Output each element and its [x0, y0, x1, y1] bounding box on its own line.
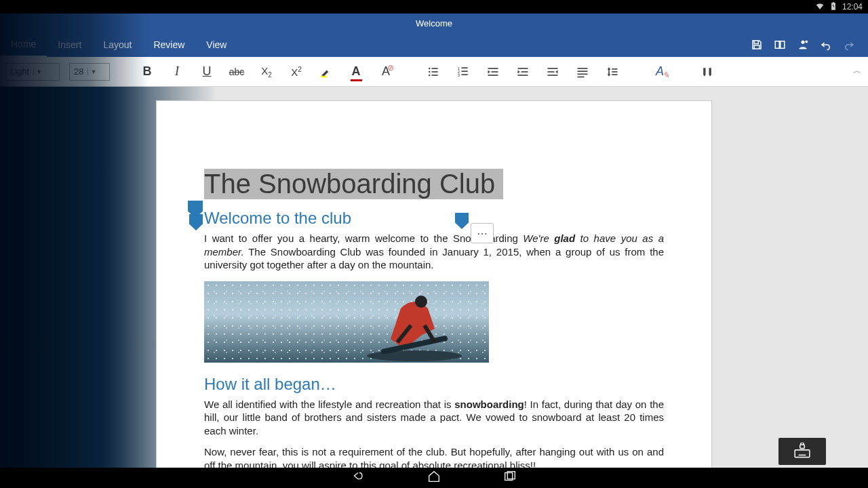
reading-view-icon[interactable]: [773, 38, 787, 52]
svg-rect-16: [492, 71, 498, 73]
svg-rect-27: [578, 76, 585, 77]
tab-insert[interactable]: Insert: [47, 33, 92, 57]
svg-rect-19: [521, 71, 528, 73]
android-nav-bar: [0, 468, 868, 488]
svg-rect-30: [612, 74, 617, 75]
recents-icon[interactable]: [502, 469, 517, 487]
numbering-button[interactable]: 123: [453, 62, 473, 82]
doc-title[interactable]: The Snowboarding Club: [204, 169, 503, 199]
back-icon[interactable]: [351, 469, 366, 487]
home-toolbar: Light▼ 28▼ B I U abc X2 X2 A A⊘ 123: [0, 57, 868, 87]
increase-indent-button[interactable]: [513, 62, 533, 82]
svg-point-3: [429, 67, 431, 69]
clear-formatting-button[interactable]: A⊘: [376, 62, 396, 82]
svg-rect-34: [795, 450, 810, 458]
svg-rect-10: [462, 67, 468, 68]
svg-rect-8: [432, 75, 438, 76]
clock-text: 12:04: [842, 2, 863, 12]
decrease-indent-button[interactable]: [483, 62, 503, 82]
paragraph-welcome[interactable]: I want to offer you a hearty, warm welco…: [204, 232, 664, 272]
tab-layout[interactable]: Layout: [92, 33, 142, 57]
wifi-icon: [815, 1, 825, 13]
ellipsis-icon: ⋯: [477, 227, 488, 240]
svg-rect-14: [462, 74, 468, 75]
tab-home[interactable]: Home: [0, 33, 47, 57]
svg-text:3: 3: [458, 73, 460, 77]
undo-icon[interactable]: [819, 38, 833, 52]
find-button[interactable]: [697, 62, 717, 82]
underline-button[interactable]: U: [197, 62, 217, 82]
document-title: Welcome: [416, 18, 452, 28]
line-spacing-button[interactable]: [602, 62, 623, 82]
svg-rect-26: [578, 73, 588, 75]
tab-view[interactable]: View: [195, 33, 237, 57]
heading-welcome[interactable]: Welcome to the club: [204, 209, 664, 228]
snowboard-image[interactable]: [204, 281, 489, 363]
collapse-ribbon-icon[interactable]: ︿: [853, 65, 861, 77]
document-canvas[interactable]: The Snowboarding Club Welcome to the clu…: [0, 87, 868, 468]
svg-rect-29: [612, 71, 617, 73]
svg-rect-25: [578, 70, 588, 72]
svg-rect-17: [488, 75, 498, 76]
context-menu-button[interactable]: ⋯: [471, 223, 494, 243]
svg-rect-23: [548, 75, 558, 76]
align-button[interactable]: [572, 62, 593, 82]
keyboard-toggle-button[interactable]: [778, 438, 826, 465]
share-icon[interactable]: [796, 38, 810, 52]
svg-rect-12: [462, 70, 468, 72]
svg-point-31: [367, 350, 462, 361]
special-indent-button[interactable]: [542, 62, 563, 82]
svg-rect-6: [432, 71, 438, 73]
svg-rect-24: [578, 68, 588, 69]
android-status-bar: 12:04: [0, 0, 868, 14]
font-size-select[interactable]: 28▼: [69, 63, 110, 81]
svg-rect-21: [548, 68, 558, 69]
document-page[interactable]: The Snowboarding Club Welcome to the clu…: [156, 100, 712, 468]
svg-rect-28: [612, 68, 617, 70]
superscript-button[interactable]: X2: [286, 62, 307, 82]
paragraph-began-1[interactable]: We all identified with the lifestyle and…: [204, 398, 664, 438]
svg-point-5: [429, 70, 431, 73]
font-color-button[interactable]: A: [346, 62, 366, 82]
svg-rect-2: [321, 75, 327, 77]
svg-point-32: [415, 296, 427, 308]
snowboarder-icon: [353, 288, 475, 363]
svg-rect-4: [432, 68, 438, 69]
svg-rect-15: [488, 68, 498, 69]
svg-point-0: [802, 41, 805, 44]
ribbon-tabs: Home Insert Layout Review View: [0, 33, 868, 57]
redo-icon[interactable]: [842, 38, 856, 52]
paragraph-began-2[interactable]: Now, never fear, this is not a requireme…: [204, 445, 664, 468]
bold-button[interactable]: B: [137, 62, 157, 82]
save-icon[interactable]: [750, 38, 764, 52]
strikethrough-button[interactable]: abc: [226, 62, 247, 82]
subscript-button[interactable]: X2: [256, 62, 277, 82]
svg-rect-18: [518, 68, 528, 69]
home-icon[interactable]: [427, 469, 441, 487]
styles-button[interactable]: A✎: [650, 62, 670, 82]
svg-rect-41: [800, 445, 805, 448]
selection-handle-left2-icon[interactable]: [189, 214, 203, 230]
titlebar: Welcome: [0, 14, 868, 33]
svg-rect-20: [518, 75, 528, 76]
svg-point-1: [806, 41, 808, 43]
selection-handle-right-icon[interactable]: [455, 213, 469, 229]
heading-how-it-began[interactable]: How it all began…: [204, 375, 664, 394]
battery-icon: [829, 1, 838, 13]
svg-point-7: [429, 74, 431, 76]
svg-rect-22: [548, 71, 555, 73]
font-name-select[interactable]: Light▼: [5, 63, 60, 81]
tab-review[interactable]: Review: [142, 33, 195, 57]
keyboard-lock-icon: [793, 443, 811, 460]
italic-button[interactable]: I: [167, 62, 187, 82]
highlight-button[interactable]: [316, 62, 336, 82]
bullets-button[interactable]: [423, 62, 443, 82]
